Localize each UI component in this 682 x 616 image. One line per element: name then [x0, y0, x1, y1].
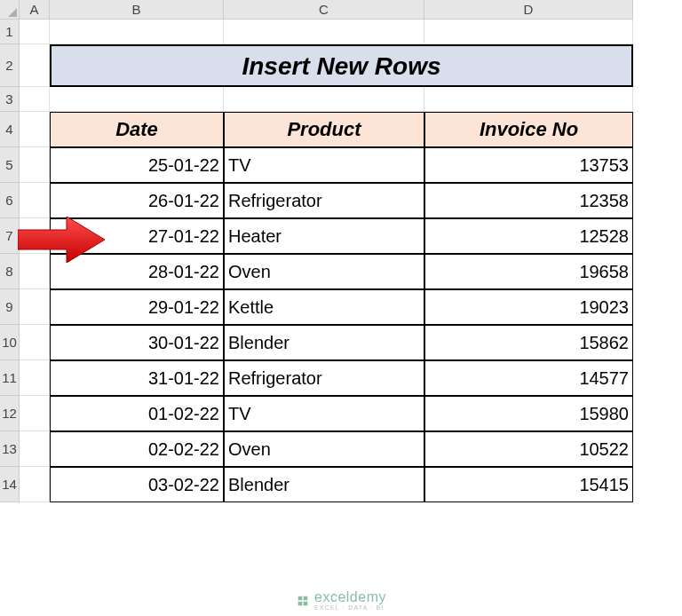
cell-product[interactable]: Oven — [224, 254, 424, 289]
row-header-1[interactable]: 1 — [0, 20, 20, 44]
select-all-corner[interactable] — [0, 0, 20, 20]
cell-product[interactable]: Heater — [224, 218, 424, 254]
cell-product[interactable]: TV — [224, 396, 424, 431]
cell-empty[interactable] — [20, 396, 50, 431]
watermark-brand: exceldemy — [314, 590, 386, 604]
cell-empty[interactable] — [20, 431, 50, 467]
cell-empty[interactable] — [20, 183, 50, 218]
cell-date[interactable]: 31-01-22 — [50, 360, 224, 396]
cell-d3[interactable] — [424, 87, 633, 112]
header-invoice[interactable]: Invoice No — [424, 112, 633, 147]
row-header-9[interactable]: 9 — [0, 289, 20, 325]
cell-a3[interactable] — [20, 87, 50, 112]
cell-b3[interactable] — [50, 87, 224, 112]
cell-product[interactable]: Refrigerator — [224, 360, 424, 396]
cell-invoice[interactable]: 19658 — [424, 254, 633, 289]
cell-product[interactable]: Oven — [224, 431, 424, 467]
cell-invoice[interactable]: 12358 — [424, 183, 633, 218]
row-header-2[interactable]: 2 — [0, 44, 20, 87]
table-row: 01-02-22 TV 15980 — [20, 396, 633, 431]
col-header-c[interactable]: C — [224, 0, 424, 20]
spreadsheet-grid: Insert New Rows Date Product Invoice No … — [20, 20, 633, 502]
cell-date[interactable]: 29-01-22 — [50, 289, 224, 325]
cell-date[interactable]: 30-01-22 — [50, 325, 224, 360]
row-header-3[interactable]: 3 — [0, 87, 20, 112]
cell-date[interactable]: 26-01-22 — [50, 183, 224, 218]
table-row: 02-02-22 Oven 10522 — [20, 431, 633, 467]
cell-product[interactable]: Kettle — [224, 289, 424, 325]
header-date[interactable]: Date — [50, 112, 224, 147]
table-row: 27-01-22 Heater 12528 — [20, 218, 633, 254]
col-header-a[interactable]: A — [20, 0, 50, 20]
cell-invoice[interactable]: 15415 — [424, 467, 633, 502]
cell-date[interactable]: 02-02-22 — [50, 431, 224, 467]
row-header-10[interactable]: 10 — [0, 325, 20, 360]
header-product[interactable]: Product — [224, 112, 424, 147]
table-row: 26-01-22 Refrigerator 12358 — [20, 183, 633, 218]
watermark: exceldemy EXCEL · DATA · BI — [296, 590, 386, 611]
table-row: 31-01-22 Refrigerator 14577 — [20, 360, 633, 396]
watermark-tagline: EXCEL · DATA · BI — [314, 604, 386, 611]
table-row: 25-01-22 TV 13753 — [20, 147, 633, 183]
row-header-14[interactable]: 14 — [0, 467, 20, 502]
cell-date[interactable]: 25-01-22 — [50, 147, 224, 183]
cell-product[interactable]: Refrigerator — [224, 183, 424, 218]
table-row: 29-01-22 Kettle 19023 — [20, 289, 633, 325]
cell-empty[interactable] — [20, 325, 50, 360]
row-header-4[interactable]: 4 — [0, 112, 20, 147]
row-header-8[interactable]: 8 — [0, 254, 20, 289]
table-row: 28-01-22 Oven 19658 — [20, 254, 633, 289]
cell-date[interactable]: 03-02-22 — [50, 467, 224, 502]
row-header-13[interactable]: 13 — [0, 431, 20, 467]
row-header-5[interactable]: 5 — [0, 147, 20, 183]
col-header-d[interactable]: D — [424, 0, 633, 20]
cell-a1[interactable] — [20, 20, 50, 44]
row-headers: 1 2 3 4 5 6 7 8 9 10 11 12 13 14 — [0, 20, 20, 502]
cell-invoice[interactable]: 15980 — [424, 396, 633, 431]
table-row: 03-02-22 Blender 15415 — [20, 467, 633, 502]
cell-c3[interactable] — [224, 87, 424, 112]
cell-c1[interactable] — [224, 20, 424, 44]
cell-a4[interactable] — [20, 112, 50, 147]
cell-invoice[interactable]: 10522 — [424, 431, 633, 467]
cell-product[interactable]: Blender — [224, 325, 424, 360]
cell-invoice[interactable]: 15862 — [424, 325, 633, 360]
row-header-12[interactable]: 12 — [0, 396, 20, 431]
cell-product[interactable]: Blender — [224, 467, 424, 502]
title-cell[interactable]: Insert New Rows — [50, 44, 633, 87]
arrow-icon — [18, 217, 107, 266]
row-header-6[interactable]: 6 — [0, 183, 20, 218]
cell-invoice[interactable]: 13753 — [424, 147, 633, 183]
watermark-icon — [296, 594, 310, 608]
svg-marker-0 — [18, 217, 105, 263]
cell-empty[interactable] — [20, 289, 50, 325]
cell-empty[interactable] — [20, 467, 50, 502]
cell-date[interactable]: 01-02-22 — [50, 396, 224, 431]
column-headers: A B C D — [20, 0, 633, 20]
cell-empty[interactable] — [20, 147, 50, 183]
col-header-b[interactable]: B — [50, 0, 224, 20]
row-header-7[interactable]: 7 — [0, 218, 20, 254]
cell-empty[interactable] — [20, 360, 50, 396]
cell-a2[interactable] — [20, 44, 50, 87]
cell-invoice[interactable]: 12528 — [424, 218, 633, 254]
table-row: 30-01-22 Blender 15862 — [20, 325, 633, 360]
cell-product[interactable]: TV — [224, 147, 424, 183]
cell-b1[interactable] — [50, 20, 224, 44]
cell-invoice[interactable]: 14577 — [424, 360, 633, 396]
row-header-11[interactable]: 11 — [0, 360, 20, 396]
cell-d1[interactable] — [424, 20, 633, 44]
cell-invoice[interactable]: 19023 — [424, 289, 633, 325]
